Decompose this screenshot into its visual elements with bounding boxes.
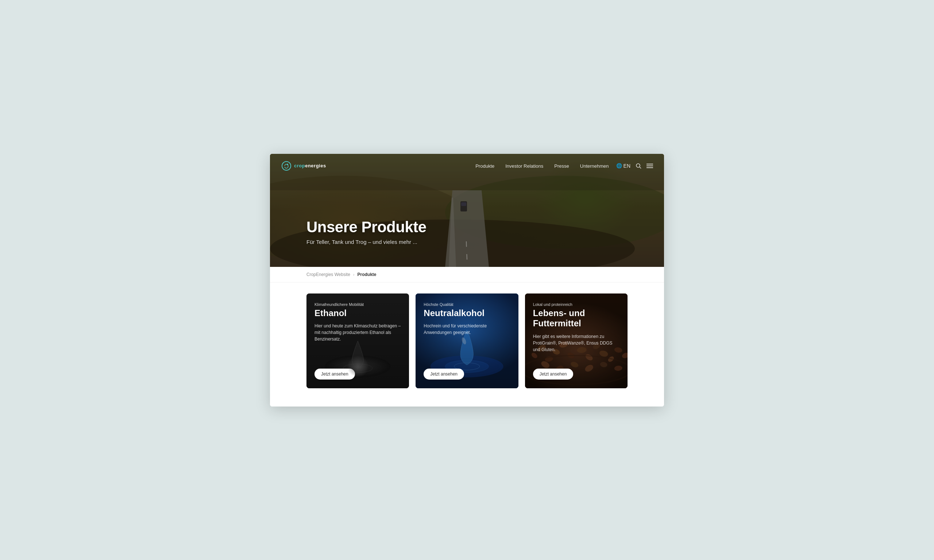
futtermittel-tag: Lokal und proteinreich bbox=[533, 302, 620, 307]
nav-item-unternehmen[interactable]: Unternehmen bbox=[580, 163, 609, 169]
neutralalkohol-name: Neutralalkohol bbox=[424, 308, 510, 318]
language-button[interactable]: 🌐 EN bbox=[616, 163, 630, 169]
hero-section: cropenergies Produkte Investor Relations… bbox=[270, 154, 664, 267]
neutralalkohol-desc: Hochrein und für verschiedenste Anwendun… bbox=[424, 323, 510, 336]
product-card-neutralalkohol[interactable]: Höchste Qualität Neutralalkohol Hochrein… bbox=[416, 294, 518, 388]
ethanol-card-top: Klimafreundlichere Mobilität Ethanol Hie… bbox=[314, 302, 401, 363]
breadcrumb: CropEnergies Website › Produkte bbox=[270, 267, 664, 283]
hero-content: Unsere Produkte Für Teller, Tank und Tro… bbox=[307, 218, 427, 245]
svg-point-18 bbox=[343, 364, 373, 372]
globe-icon: 🌐 bbox=[616, 163, 622, 168]
futtermittel-btn[interactable]: Jetzt ansehen bbox=[533, 369, 573, 380]
hero-subtitle: Für Teller, Tank und Trog – und vieles m… bbox=[307, 239, 427, 245]
nav-link-investor[interactable]: Investor Relations bbox=[505, 163, 543, 169]
nav-item-presse[interactable]: Presse bbox=[554, 163, 569, 169]
neutralalkohol-card-top: Höchste Qualität Neutralalkohol Hochrein… bbox=[424, 302, 510, 363]
svg-line-12 bbox=[640, 167, 641, 168]
neutralalkohol-btn[interactable]: Jetzt ansehen bbox=[424, 369, 464, 380]
navbar: cropenergies Produkte Investor Relations… bbox=[270, 154, 664, 178]
breadcrumb-root[interactable]: CropEnergies Website bbox=[307, 272, 350, 277]
menu-button[interactable] bbox=[646, 163, 653, 168]
ethanol-name: Ethanol bbox=[314, 308, 401, 318]
logo-plain: crop bbox=[294, 163, 305, 168]
hero-title: Unsere Produkte bbox=[307, 218, 427, 236]
nav-link-unternehmen[interactable]: Unternehmen bbox=[580, 163, 609, 169]
ethanol-desc: Hier und heute zum Klimaschutz beitragen… bbox=[314, 323, 401, 342]
nav-links: Produkte Investor Relations Presse Unter… bbox=[475, 163, 609, 169]
ethanol-btn[interactable]: Jetzt ansehen bbox=[314, 369, 355, 380]
nav-link-presse[interactable]: Presse bbox=[554, 163, 569, 169]
hamburger-icon bbox=[646, 163, 653, 168]
products-section: Klimafreundlichere Mobilität Ethanol Hie… bbox=[270, 283, 664, 406]
search-icon bbox=[635, 163, 641, 169]
logo[interactable]: cropenergies bbox=[281, 160, 326, 171]
futtermittel-card-top: Lokal und proteinreich Lebens- und Futte… bbox=[533, 302, 620, 363]
neutralalkohol-card-content: Höchste Qualität Neutralalkohol Hochrein… bbox=[416, 294, 518, 388]
futtermittel-name: Lebens- und Futtermittel bbox=[533, 308, 620, 329]
svg-point-10 bbox=[287, 164, 288, 165]
nav-link-produkte[interactable]: Produkte bbox=[475, 163, 494, 169]
products-grid: Klimafreundlichere Mobilität Ethanol Hie… bbox=[307, 294, 627, 388]
logo-text: cropenergies bbox=[294, 163, 326, 168]
svg-point-11 bbox=[636, 164, 640, 167]
logo-icon bbox=[281, 160, 292, 171]
nav-item-produkte[interactable]: Produkte bbox=[475, 163, 494, 169]
svg-point-9 bbox=[282, 162, 291, 170]
futtermittel-desc: Hier gibt es weitere Informationen zu Pr… bbox=[533, 333, 620, 353]
ethanol-card-content: Klimafreundlichere Mobilität Ethanol Hie… bbox=[307, 294, 409, 388]
futtermittel-card-content: Lokal und proteinreich Lebens- und Futte… bbox=[525, 294, 627, 388]
search-button[interactable] bbox=[635, 163, 641, 169]
browser-window: cropenergies Produkte Investor Relations… bbox=[270, 154, 664, 406]
nav-item-investor[interactable]: Investor Relations bbox=[505, 163, 543, 169]
product-card-ethanol[interactable]: Klimafreundlichere Mobilität Ethanol Hie… bbox=[307, 294, 409, 388]
nav-icons: 🌐 EN bbox=[616, 163, 653, 169]
logo-bold: energies bbox=[305, 163, 326, 168]
product-card-futtermittel[interactable]: Lokal und proteinreich Lebens- und Futte… bbox=[525, 294, 627, 388]
ethanol-tag: Klimafreundlichere Mobilität bbox=[314, 302, 401, 307]
breadcrumb-separator: › bbox=[353, 272, 354, 277]
language-label: EN bbox=[624, 163, 630, 169]
breadcrumb-current: Produkte bbox=[358, 272, 376, 277]
neutralalkohol-tag: Höchste Qualität bbox=[424, 302, 510, 307]
